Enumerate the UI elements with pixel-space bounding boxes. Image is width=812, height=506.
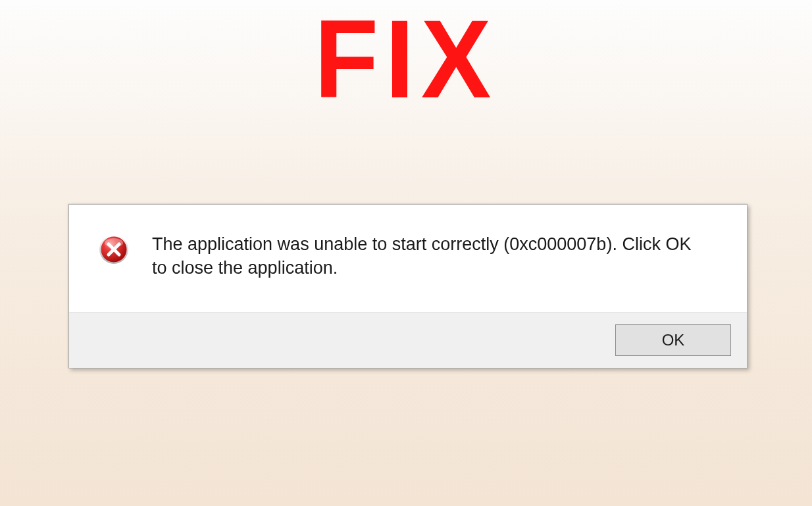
error-message: The application was unable to start corr… xyxy=(152,232,718,280)
fix-headline: FIX xyxy=(0,4,812,114)
error-dialog: The application was unable to start corr… xyxy=(68,204,748,368)
svg-point-2 xyxy=(105,238,123,247)
dialog-footer: OK xyxy=(69,312,747,368)
error-icon xyxy=(98,234,130,265)
ok-button[interactable]: OK xyxy=(615,324,731,356)
dialog-body: The application was unable to start corr… xyxy=(69,205,747,312)
